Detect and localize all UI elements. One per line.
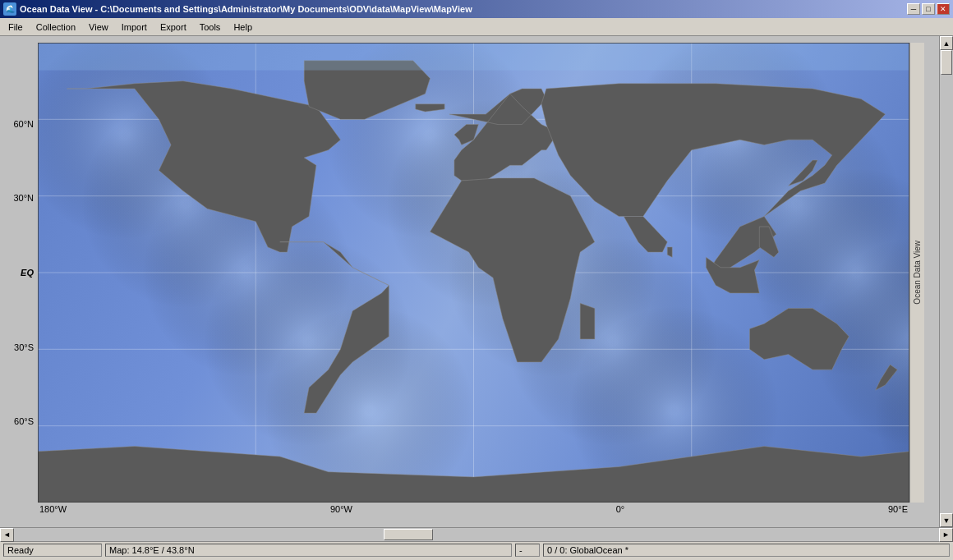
scroll-left-button[interactable]: ◄: [0, 528, 14, 542]
lat-label-30s: 30°S: [7, 342, 36, 352]
menu-export[interactable]: Export: [154, 21, 193, 34]
lat-label-30n: 30°N: [7, 193, 36, 203]
lat-label-60s: 60°S: [7, 416, 36, 426]
title-bar-text: Ocean Data View - C:\Documents and Setti…: [20, 4, 472, 14]
lat-label-eq: EQ: [7, 268, 36, 278]
main-area: 90°N 60°N 30°N EQ 30°S 60°S 90°S 180°W 9…: [0, 36, 953, 527]
status-separator-panel: -: [515, 544, 540, 557]
menu-import[interactable]: Import: [115, 21, 154, 34]
lat-label-container: 90°N 60°N 30°N EQ 30°S 60°S 90°S: [7, 43, 36, 503]
status-ready-text: Ready: [7, 545, 34, 555]
status-collection-panel: 0 / 0: GlobalOcean *: [543, 544, 950, 557]
minimize-button[interactable]: ─: [907, 3, 920, 15]
menu-tools[interactable]: Tools: [193, 21, 228, 34]
map-region: 90°N 60°N 30°N EQ 30°S 60°S 90°S 180°W 9…: [38, 43, 909, 503]
close-button[interactable]: ✕: [937, 3, 950, 15]
menu-view[interactable]: View: [82, 21, 115, 34]
menu-collection[interactable]: Collection: [30, 21, 82, 34]
menu-help[interactable]: Help: [227, 21, 259, 34]
menu-bar: File Collection View Import Export Tools…: [0, 18, 953, 36]
scroll-right-button[interactable]: ►: [939, 528, 953, 542]
map-container[interactable]: 90°N 60°N 30°N EQ 30°S 60°S 90°S 180°W 9…: [0, 36, 939, 527]
scroll-down-button[interactable]: ▼: [940, 513, 953, 527]
app-icon: 🌊: [3, 2, 16, 16]
status-bar: Ready Map: 14.8°E / 43.8°N - 0 / 0: Glob…: [0, 541, 953, 558]
restore-button[interactable]: □: [922, 3, 935, 15]
menu-file[interactable]: File: [2, 21, 30, 34]
status-collection-text: 0 / 0: GlobalOcean *: [547, 545, 628, 555]
scroll-up-button[interactable]: ▲: [940, 36, 953, 50]
status-separator-text: -: [519, 545, 523, 555]
status-ready-panel: Ready: [3, 544, 102, 557]
status-map-panel: Map: 14.8°E / 43.8°N: [105, 544, 512, 557]
map-canvas[interactable]: [38, 43, 909, 503]
lon-label-container: 180°W 90°W 0° 90°E: [38, 504, 909, 521]
odv-label-text: Ocean Data View: [913, 241, 922, 305]
odv-vertical-label: Ocean Data View: [909, 43, 924, 503]
lon-label-90e: 90°E: [888, 504, 908, 521]
title-bar-buttons: ─ □ ✕: [907, 3, 950, 15]
h-scroll-thumb[interactable]: [384, 529, 433, 540]
world-map[interactable]: [38, 43, 909, 503]
h-scrollbar: ◄ ►: [0, 527, 953, 541]
scroll-track[interactable]: [940, 50, 953, 513]
title-bar-left: 🌊 Ocean Data View - C:\Documents and Set…: [3, 2, 472, 16]
lon-label-180w: 180°W: [39, 504, 67, 521]
scroll-thumb[interactable]: [941, 50, 952, 75]
h-scroll-track[interactable]: [14, 528, 939, 541]
title-bar: 🌊 Ocean Data View - C:\Documents and Set…: [0, 0, 953, 18]
status-map-coords: Map: 14.8°E / 43.8°N: [109, 545, 195, 555]
lon-label-0: 0°: [616, 504, 625, 521]
v-scrollbar: ▲ ▼: [939, 36, 953, 527]
lat-label-60n: 60°N: [7, 119, 36, 129]
lon-label-90w: 90°W: [330, 504, 352, 521]
